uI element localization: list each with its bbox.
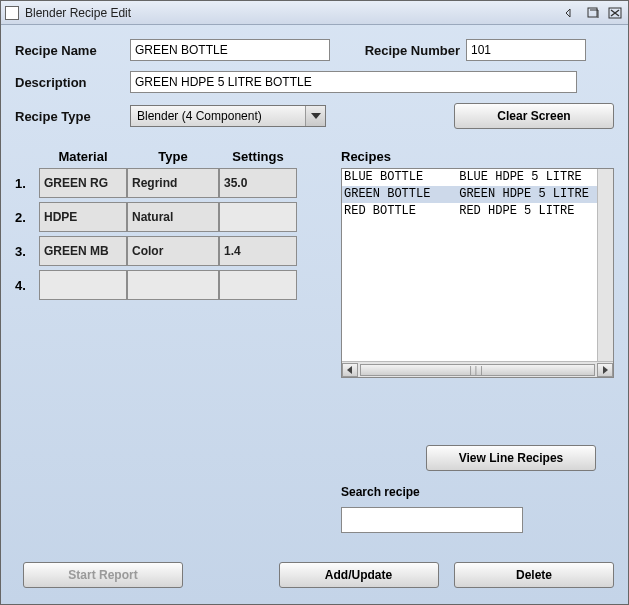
scroll-right-icon[interactable] — [597, 363, 613, 377]
recipe-number-label: Recipe Number — [354, 43, 466, 58]
recipe-number-input[interactable] — [466, 39, 586, 61]
window-title: Blender Recipe Edit — [25, 6, 131, 20]
row-number: 4. — [15, 270, 39, 300]
description-label: Description — [15, 75, 130, 90]
material-cell[interactable] — [39, 270, 127, 300]
start-report-button[interactable]: Start Report — [23, 562, 183, 588]
recipe-type-combo[interactable]: Blender (4 Component) — [130, 105, 326, 127]
recipe-name-input[interactable] — [130, 39, 330, 61]
material-row: 1.GREEN RGRegrind35.0 — [15, 168, 315, 198]
col-settings: Settings — [219, 149, 297, 164]
minimize-icon[interactable] — [562, 5, 580, 21]
material-row: 2.HDPENatural — [15, 202, 315, 232]
titlebar: Blender Recipe Edit — [1, 1, 628, 25]
horizontal-scrollbar[interactable]: ||| — [342, 361, 613, 377]
svg-rect-0 — [588, 8, 597, 17]
scroll-thumb[interactable]: ||| — [360, 364, 595, 376]
settings-cell[interactable] — [219, 270, 297, 300]
content-area: Recipe Name Recipe Number Description Re… — [1, 25, 628, 604]
app-icon — [5, 6, 19, 20]
search-label: Search recipe — [341, 485, 523, 499]
recipes-header: Recipes — [341, 149, 614, 164]
clear-screen-button[interactable]: Clear Screen — [454, 103, 614, 129]
delete-button[interactable]: Delete — [454, 562, 614, 588]
recipe-type-value: Blender (4 Component) — [131, 109, 305, 123]
description-input[interactable] — [130, 71, 577, 93]
material-cell[interactable]: GREEN RG — [39, 168, 127, 198]
list-item[interactable]: RED BOTTLE RED HDPE 5 LITRE — [342, 203, 597, 220]
recipe-name-label: Recipe Name — [15, 43, 130, 58]
list-item[interactable]: GREEN BOTTLE GREEN HDPE 5 LITRE — [342, 186, 597, 203]
type-cell[interactable]: Color — [127, 236, 219, 266]
search-area: Search recipe — [341, 485, 523, 533]
settings-cell[interactable]: 35.0 — [219, 168, 297, 198]
maximize-icon[interactable] — [584, 5, 602, 21]
vertical-scrollbar[interactable] — [597, 169, 613, 361]
scroll-left-icon[interactable] — [342, 363, 358, 377]
row-number: 3. — [15, 236, 39, 266]
settings-cell[interactable] — [219, 202, 297, 232]
close-icon[interactable] — [606, 5, 624, 21]
row-number: 1. — [15, 168, 39, 198]
type-cell[interactable]: Natural — [127, 202, 219, 232]
col-material: Material — [39, 149, 127, 164]
view-line-recipes-button[interactable]: View Line Recipes — [426, 445, 596, 471]
type-cell[interactable]: Regrind — [127, 168, 219, 198]
search-input[interactable] — [341, 507, 523, 533]
material-row: 3.GREEN MBColor1.4 — [15, 236, 315, 266]
list-item[interactable]: BLUE BOTTLE BLUE HDPE 5 LITRE — [342, 169, 597, 186]
material-cell[interactable]: HDPE — [39, 202, 127, 232]
add-update-button[interactable]: Add/Update — [279, 562, 439, 588]
recipes-panel: Recipes BLUE BOTTLE BLUE HDPE 5 LITREGRE… — [341, 149, 614, 378]
recipes-listbox[interactable]: BLUE BOTTLE BLUE HDPE 5 LITREGREEN BOTTL… — [341, 168, 614, 378]
material-row: 4. — [15, 270, 315, 300]
recipe-type-label: Recipe Type — [15, 109, 130, 124]
settings-cell[interactable]: 1.4 — [219, 236, 297, 266]
type-cell[interactable] — [127, 270, 219, 300]
chevron-down-icon[interactable] — [305, 106, 325, 126]
window: Blender Recipe Edit Recipe Name Recipe N… — [0, 0, 629, 605]
row-number: 2. — [15, 202, 39, 232]
col-type: Type — [127, 149, 219, 164]
material-cell[interactable]: GREEN MB — [39, 236, 127, 266]
material-grid: Material Type Settings 1.GREEN RGRegrind… — [15, 149, 315, 304]
